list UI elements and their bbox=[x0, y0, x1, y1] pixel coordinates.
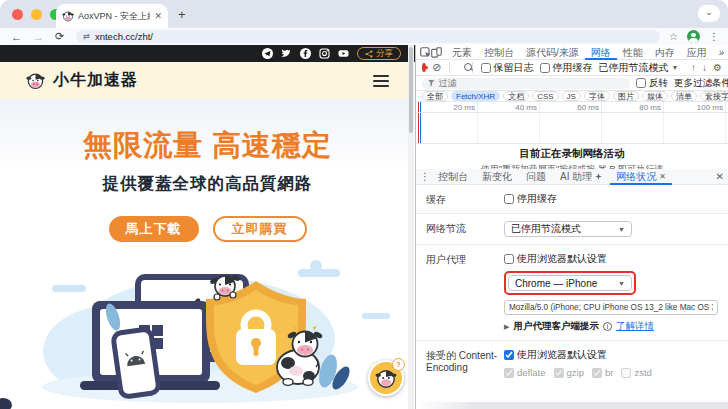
nc-disable-cache-box[interactable] bbox=[504, 194, 514, 204]
more-tabs-chevron[interactable]: » bbox=[713, 45, 728, 60]
drawer-tab-whats-new[interactable]: 新变化 bbox=[476, 169, 518, 185]
tab-elements[interactable]: 元素 bbox=[446, 45, 478, 60]
network-conditions-icon[interactable] bbox=[684, 63, 685, 73]
user-agent-label: 用户代理 bbox=[426, 252, 504, 333]
window-controls bbox=[12, 9, 61, 20]
browser-window: AoxVPN - 安全上網，互聯世界 ✕ + ⌄ ← → ⟳ ⇄ xntech.… bbox=[0, 0, 728, 409]
timeline-tick: 20 ms bbox=[416, 102, 478, 112]
network-timeline-ruler: 20 ms 40 ms 60 ms 80 ms 100 ms bbox=[416, 102, 728, 113]
youtube-icon[interactable] bbox=[338, 48, 349, 59]
ua-preset-select[interactable]: Chrome — iPhone▼ bbox=[508, 275, 632, 291]
chip-all[interactable]: 全部 bbox=[422, 91, 448, 101]
ua-string-input[interactable] bbox=[504, 300, 718, 315]
new-tab-button[interactable]: + bbox=[178, 7, 186, 22]
profile-avatar[interactable] bbox=[687, 30, 700, 43]
window-bottom-edge bbox=[416, 402, 728, 409]
record-network-log-button[interactable] bbox=[422, 63, 426, 72]
info-icon[interactable]: i bbox=[603, 322, 612, 331]
caching-row: 缓存 停用缓存 bbox=[416, 185, 728, 214]
chip-js[interactable]: JS bbox=[562, 91, 581, 101]
clear-network-log-icon[interactable]: ⊘ bbox=[432, 62, 441, 73]
chip-doc[interactable]: 文档 bbox=[503, 91, 529, 101]
filter-input[interactable] bbox=[439, 78, 624, 88]
tab-performance[interactable]: 性能 bbox=[617, 45, 649, 60]
device-toolbar-icon[interactable] bbox=[431, 46, 442, 59]
import-har-icon[interactable]: ↑ bbox=[691, 63, 696, 73]
devtools-panel: 元素 控制台 源代码/来源 网络 性能 内存 应用 » ▲1 2 ⚙ ⋮ ✕ ⊘ bbox=[415, 45, 728, 409]
preserve-log-checkbox[interactable]: 保留日志 bbox=[481, 61, 534, 75]
search-icon[interactable] bbox=[464, 63, 465, 73]
back-icon[interactable]: ← bbox=[11, 31, 22, 43]
content-encoding-row: 接受的 Content-Encoding 使用浏览器默认设置 deflate g… bbox=[416, 341, 728, 385]
share-label: 分享 bbox=[376, 48, 393, 60]
chip-font[interactable]: 字体 bbox=[584, 91, 610, 101]
chip-media[interactable]: 媒体 bbox=[642, 91, 668, 101]
network-toolbar: ⊘ 保留日志 停用缓存 已停用节流模式▼ ↑ ↓ ⚙ bbox=[416, 60, 728, 76]
instagram-icon[interactable] bbox=[319, 48, 330, 59]
tab-sources[interactable]: 源代码/来源 bbox=[520, 45, 585, 60]
close-window-button[interactable] bbox=[12, 9, 23, 20]
close-drawer-tab-icon[interactable]: ✕ bbox=[659, 169, 666, 185]
ua-default-box[interactable] bbox=[504, 254, 514, 264]
drawer-tab-console[interactable]: 控制台 bbox=[432, 169, 474, 185]
chip-img[interactable]: 图片 bbox=[613, 91, 639, 101]
inspect-element-icon[interactable] bbox=[420, 46, 431, 59]
preserve-log-box[interactable] bbox=[481, 63, 491, 73]
facebook-icon[interactable] bbox=[300, 48, 311, 59]
disable-cache-checkbox[interactable]: 停用缓存 bbox=[540, 61, 593, 75]
close-drawer-icon[interactable]: ✕ bbox=[716, 171, 724, 182]
encoding-browser-default-checkbox[interactable]: 使用浏览器默认设置 bbox=[504, 348, 652, 362]
tab-memory[interactable]: 内存 bbox=[649, 45, 681, 60]
browser-tab[interactable]: AoxVPN - 安全上網，互聯世界 ✕ bbox=[56, 4, 168, 28]
url-text: xntech.cc/zht/ bbox=[95, 31, 153, 42]
tab-search-button[interactable]: ⌄ bbox=[698, 5, 720, 22]
buy-button[interactable]: 立即購買 bbox=[213, 216, 307, 242]
nc-throttling-select[interactable]: 已停用节流模式▼ bbox=[504, 221, 632, 237]
browser-menu-icon[interactable]: ⋮ bbox=[709, 31, 719, 42]
ua-browser-default-checkbox[interactable]: 使用浏览器默认设置 bbox=[504, 252, 718, 266]
tab-network[interactable]: 网络 bbox=[585, 45, 617, 60]
throttling-select[interactable]: 已停用节流模式▼ bbox=[599, 61, 679, 75]
tab-application[interactable]: 应用 bbox=[681, 45, 713, 60]
encoding-default-box[interactable] bbox=[504, 350, 514, 360]
bookmark-star-icon[interactable]: ☆ bbox=[669, 31, 678, 42]
browser-toolbar: ← → ⟳ ⇄ xntech.cc/zht/ ☆ ⋮ bbox=[0, 28, 728, 45]
tab-console[interactable]: 控制台 bbox=[478, 45, 520, 60]
chip-css[interactable]: CSS bbox=[532, 91, 558, 101]
export-har-icon[interactable]: ↓ bbox=[702, 63, 707, 73]
disable-cache-box[interactable] bbox=[540, 63, 550, 73]
more-filters-dropdown[interactable]: 更多过滤条件▼ bbox=[674, 77, 728, 90]
request-type-chips: 全部 Fetch/XHR 文档 CSS JS 字体 图片 媒体 清单 套接字 W… bbox=[416, 91, 728, 102]
filter-input-wrap[interactable] bbox=[422, 78, 630, 89]
drawer-tab-issues[interactable]: 问题 bbox=[520, 169, 552, 185]
chip-manifest[interactable]: 清单 bbox=[671, 91, 697, 101]
client-hints-learn-more-link[interactable]: 了解详情 bbox=[616, 320, 654, 333]
drawer-tab-ai-assistance[interactable]: AI 助理 bbox=[554, 169, 608, 185]
chip-fetch-xhr[interactable]: Fetch/XHR bbox=[451, 91, 500, 101]
minimize-window-button[interactable] bbox=[31, 9, 42, 20]
invert-box[interactable] bbox=[636, 78, 646, 88]
share-button[interactable]: 分享 bbox=[357, 47, 401, 60]
deflate-checkbox: deflate bbox=[504, 367, 546, 378]
forward-icon: → bbox=[33, 31, 44, 43]
support-cow-icon bbox=[375, 367, 397, 389]
support-chat-button[interactable]: ? bbox=[368, 360, 404, 396]
site-info-icon[interactable]: ⇄ bbox=[83, 32, 90, 41]
support-question-badge: ? bbox=[392, 358, 405, 371]
address-bar[interactable]: ⇄ xntech.cc/zht/ bbox=[76, 30, 660, 43]
hamburger-menu-icon[interactable] bbox=[373, 75, 389, 87]
twitter-icon[interactable] bbox=[281, 48, 292, 59]
tab-close-icon[interactable]: ✕ bbox=[154, 11, 162, 21]
network-conditions-panel: 缓存 停用缓存 网络节流 已停用节流模式▼ 用户代理 使用浏览器默认设置 Chr… bbox=[416, 185, 728, 409]
telegram-icon[interactable] bbox=[262, 48, 273, 59]
invert-filter-checkbox[interactable]: 反转 bbox=[636, 77, 668, 90]
network-settings-gear-icon[interactable]: ⚙ bbox=[713, 62, 722, 73]
chip-socket[interactable]: 套接字 bbox=[700, 91, 728, 101]
disclosure-triangle-icon[interactable]: ▶ bbox=[504, 323, 509, 331]
nc-disable-cache-checkbox[interactable]: 停用缓存 bbox=[504, 192, 557, 206]
site-header: 小牛加速器 bbox=[0, 62, 415, 99]
drawer-tab-network-conditions[interactable]: 网络状况✕ bbox=[610, 169, 672, 185]
download-button[interactable]: 馬上下載 bbox=[109, 216, 199, 242]
drawer-menu-icon[interactable]: ⋮ bbox=[420, 171, 430, 182]
reload-icon[interactable]: ⟳ bbox=[55, 30, 64, 43]
